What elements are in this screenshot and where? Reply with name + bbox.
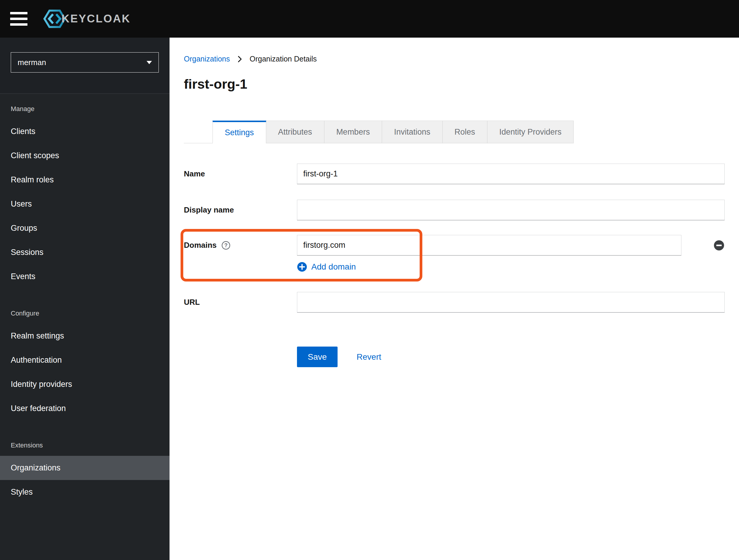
sidebar-item-realm-settings[interactable]: Realm settings — [0, 324, 169, 348]
breadcrumb-current: Organization Details — [250, 54, 317, 63]
sidebar-item-styles[interactable]: Styles — [0, 480, 169, 504]
tab-identity-providers[interactable]: Identity Providers — [487, 121, 574, 143]
hamburger-menu-icon[interactable] — [10, 12, 27, 26]
realm-selector[interactable]: merman — [11, 52, 159, 73]
domain-input[interactable] — [297, 235, 682, 256]
url-label: URL — [184, 298, 297, 307]
hamburger-bar — [10, 12, 27, 14]
keycloak-logo-text: KEYCLOAK — [61, 13, 131, 25]
sidebar-item-groups[interactable]: Groups — [0, 216, 169, 240]
remove-domain-button[interactable] — [713, 240, 725, 251]
form-actions: Save Revert — [297, 346, 725, 367]
sidebar-item-users[interactable]: Users — [0, 192, 169, 216]
plus-circle-icon — [297, 262, 307, 272]
nav-group-extensions: Extensions Organizations Styles — [0, 437, 169, 504]
hamburger-bar — [10, 18, 27, 20]
add-domain-row: Add domain — [297, 261, 725, 273]
tab-roles[interactable]: Roles — [443, 121, 487, 143]
top-bar: KEYCLOAK — [0, 0, 739, 38]
organization-settings-form: Name Display name Domains ? — [184, 164, 725, 367]
url-input[interactable] — [297, 292, 725, 312]
save-button[interactable]: Save — [297, 346, 337, 367]
tab-invitations[interactable]: Invitations — [382, 121, 443, 143]
nav-group-title: Extensions — [0, 437, 169, 456]
caret-down-icon — [147, 61, 152, 64]
breadcrumb-link-organizations[interactable]: Organizations — [184, 54, 230, 63]
display-name-field-row: Display name — [184, 200, 725, 220]
name-field-row: Name — [184, 164, 725, 184]
add-domain-button[interactable]: Add domain — [297, 262, 356, 272]
display-name-label: Display name — [184, 205, 297, 215]
url-field-row: URL — [184, 292, 725, 312]
sidebar-item-user-federation[interactable]: User federation — [0, 396, 169, 421]
nav-group-title: Manage — [0, 100, 169, 119]
name-label: Name — [184, 169, 297, 178]
keycloak-logo: KEYCLOAK — [43, 9, 131, 29]
domains-label: Domains ? — [184, 241, 297, 250]
help-icon[interactable]: ? — [221, 241, 231, 250]
minus-circle-icon — [713, 240, 725, 251]
content-area: Organizations Organization Details first… — [169, 38, 739, 367]
nav-group-manage: Manage Clients Client scopes Realm roles… — [0, 100, 169, 289]
tab-attributes[interactable]: Attributes — [266, 121, 324, 143]
sidebar-item-identity-providers[interactable]: Identity providers — [0, 372, 169, 396]
display-name-label-text: Display name — [184, 205, 234, 215]
sidebar-item-sessions[interactable]: Sessions — [0, 240, 169, 265]
page-title: first-org-1 — [184, 77, 725, 92]
name-input[interactable] — [297, 164, 725, 184]
sidebar: merman Manage Clients Client scopes Real… — [0, 38, 169, 560]
realm-selector-section: merman — [0, 38, 169, 94]
display-name-input[interactable] — [297, 200, 725, 220]
name-label-text: Name — [184, 169, 205, 178]
url-label-text: URL — [184, 298, 200, 307]
realm-name: merman — [18, 58, 46, 67]
revert-button[interactable]: Revert — [357, 352, 381, 362]
sidebar-nav: Manage Clients Client scopes Realm roles… — [0, 100, 169, 504]
sidebar-item-realm-roles[interactable]: Realm roles — [0, 168, 169, 192]
sidebar-item-authentication[interactable]: Authentication — [0, 348, 169, 372]
tab-bar: Settings Attributes Members Invitations … — [184, 121, 725, 143]
tab-settings[interactable]: Settings — [212, 121, 266, 143]
nav-group-configure: Configure Realm settings Authentication … — [0, 305, 169, 421]
nav-group-title: Configure — [0, 305, 169, 324]
add-domain-label: Add domain — [311, 262, 356, 272]
main-content: Organizations Organization Details first… — [169, 38, 739, 560]
svg-text:?: ? — [224, 242, 228, 248]
sidebar-item-clients[interactable]: Clients — [0, 119, 169, 144]
tab-bar-spacer — [184, 121, 212, 143]
sidebar-item-organizations[interactable]: Organizations — [0, 456, 169, 480]
sidebar-item-events[interactable]: Events — [0, 265, 169, 289]
angle-right-icon — [237, 55, 243, 63]
domains-field-row: Domains ? — [184, 235, 725, 256]
domains-label-text: Domains — [184, 241, 217, 250]
hamburger-bar — [10, 23, 27, 26]
breadcrumb: Organizations Organization Details — [184, 54, 725, 63]
tab-members[interactable]: Members — [324, 121, 382, 143]
sidebar-item-client-scopes[interactable]: Client scopes — [0, 144, 169, 168]
keycloak-admin-console: KEYCLOAK merman Manage Clients Client sc… — [0, 0, 739, 560]
